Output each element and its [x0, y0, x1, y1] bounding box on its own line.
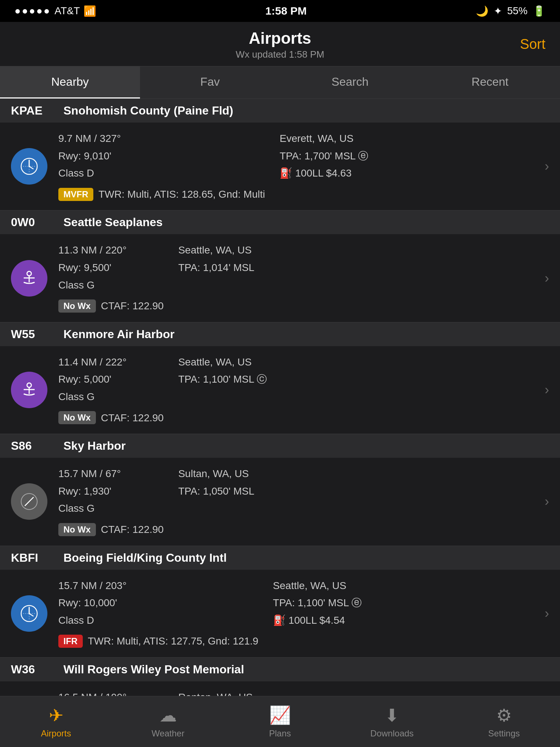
nav-airports-label: Airports [41, 728, 71, 739]
airport-name: Seattle Seaplanes [63, 216, 163, 229]
airport-distance: 15.7 NM / 203° [58, 577, 258, 595]
weather-icon: ☁ [159, 705, 177, 725]
airport-city: Seattle, WA, US [273, 577, 534, 595]
airports-icon: ✈ [49, 705, 63, 725]
airport-fuel: ⛽ 100LL $4.54 [273, 612, 534, 629]
nav-airports[interactable]: ✈ Airports [0, 705, 112, 739]
carrier-label: AT&T [55, 5, 80, 17]
airport-info-right: Everett, WA, US TPA: 1,700' MSL ⓔ ⛽ 100L… [280, 130, 534, 203]
airport-code: S86 [11, 439, 55, 453]
airport-info-left: 9.7 NM / 327° Rwy: 9,010' Class D MVFR T… [58, 130, 265, 203]
airport-info: 15.7 NM / 203° Rwy: 10,000' Class D IFR … [58, 577, 534, 650]
airport-info: 15.7 NM / 67° Rwy: 1,930' Class G No Wx … [58, 465, 534, 538]
airport-badge: No Wx [58, 523, 96, 536]
airport-detail[interactable]: 11.3 NM / 220° Rwy: 9,500' Class G No Wx… [0, 234, 560, 322]
airport-icon [11, 372, 47, 408]
airport-name: Snohomish County (Paine Fld) [63, 104, 233, 117]
airport-runway: Rwy: 5,000' [58, 371, 164, 388]
airport-city: Seattle, WA, US [178, 241, 534, 259]
chevron-right-icon: › [545, 382, 549, 398]
airport-badge: No Wx [58, 299, 96, 313]
airport-row[interactable]: S86 Sky Harbor 15.7 NM / 67° Rwy: 1,930'… [0, 434, 560, 546]
airport-name: Will Rogers Wiley Post Memorial [63, 663, 244, 676]
airport-class: Class D [58, 165, 265, 182]
airport-detail[interactable]: 15.7 NM / 67° Rwy: 1,930' Class G No Wx … [0, 458, 560, 545]
airport-code: 0W0 [11, 216, 55, 229]
airport-distance: 15.7 NM / 67° [58, 465, 164, 483]
airport-badge-row: No Wx CTAF: 122.90 [58, 297, 164, 315]
airport-badge-row: No Wx CTAF: 122.90 [58, 409, 164, 427]
svg-point-5 [27, 271, 31, 276]
nav-settings[interactable]: ⚙ Settings [448, 705, 560, 739]
chevron-right-icon: › [545, 159, 549, 174]
airport-fuel: ⛽ 100LL $4.63 [280, 165, 534, 182]
airport-distance: 11.3 NM / 220° [58, 241, 164, 259]
airport-info: 11.3 NM / 220° Rwy: 9,500' Class G No Wx… [58, 241, 534, 314]
airport-list: KPAE Snohomish County (Paine Fld) 9.7 NM… [0, 99, 560, 747]
airport-runway: Rwy: 9,500' [58, 259, 164, 276]
airport-distance: 11.4 NM / 222° [58, 353, 164, 371]
airport-runway: Rwy: 10,000' [58, 594, 258, 612]
airport-icon [11, 148, 47, 185]
airport-class: Class G [58, 388, 164, 406]
battery-icon: 🔋 [533, 5, 545, 17]
airport-tpa: TPA: 1,100' MSL ⓔ [273, 594, 534, 612]
airport-class: Class G [58, 276, 164, 294]
airport-code: KPAE [11, 104, 55, 117]
nav-weather[interactable]: ☁ Weather [112, 705, 224, 739]
airport-tpa: TPA: 1,050' MSL [178, 483, 534, 500]
sort-button[interactable]: Sort [520, 36, 545, 52]
airport-header-KBFI: KBFI Boeing Field/King County Intl [0, 546, 560, 570]
svg-line-15 [29, 614, 33, 616]
airport-tpa: TPA: 1,014' MSL [178, 259, 534, 276]
bluetooth-icon: ✦ [494, 5, 502, 17]
airport-class: Class G [58, 500, 164, 517]
airport-detail[interactable]: 15.7 NM / 203° Rwy: 10,000' Class D IFR … [0, 570, 560, 657]
app-subtitle: Wx updated 1:58 PM [0, 49, 560, 60]
airport-code: KBFI [11, 551, 55, 565]
nav-plans[interactable]: 📈 Plans [224, 705, 336, 739]
airport-detail[interactable]: 11.4 NM / 222° Rwy: 5,000' Class G No Wx… [0, 346, 560, 434]
airport-comms: CTAF: 122.90 [101, 521, 164, 538]
wifi-icon: 📶 [83, 5, 96, 17]
bottom-nav: ✈ Airports ☁ Weather 📈 Plans ⬇ Downloads… [0, 696, 560, 747]
airport-info-right: Seattle, WA, US TPA: 1,014' MSL [178, 241, 534, 314]
airport-badge-row: IFR TWR: Multi, ATIS: 127.75, Gnd: 121.9 [58, 632, 258, 650]
tab-search[interactable]: Search [280, 66, 420, 98]
nav-downloads-label: Downloads [370, 728, 414, 739]
tab-fav[interactable]: Fav [140, 66, 280, 98]
airport-header-KPAE: KPAE Snohomish County (Paine Fld) [0, 99, 560, 123]
tab-bar: Nearby Fav Search Recent [0, 66, 560, 99]
status-bar-right: 🌙 ✦ 55% 🔋 [476, 5, 545, 17]
airport-info-right: Seattle, WA, US TPA: 1,100' MSL ⓔ ⛽ 100L… [273, 577, 534, 650]
chevron-right-icon: › [545, 271, 549, 286]
airport-row[interactable]: W55 Kenmore Air Harbor 11.4 NM / 222° Rw… [0, 322, 560, 434]
moon-icon: 🌙 [476, 5, 489, 17]
airport-city: Sultan, WA, US [178, 465, 534, 483]
airport-comms: CTAF: 122.90 [101, 409, 164, 427]
airport-detail[interactable]: 9.7 NM / 327° Rwy: 9,010' Class D MVFR T… [0, 123, 560, 210]
airport-badge: MVFR [58, 188, 93, 201]
airport-info-right: Sultan, WA, US TPA: 1,050' MSL [178, 465, 534, 538]
airport-row[interactable]: KBFI Boeing Field/King County Intl 15.7 … [0, 546, 560, 658]
airport-comms: CTAF: 122.90 [101, 297, 164, 315]
airport-row[interactable]: 0W0 Seattle Seaplanes 11.3 NM / 220° Rwy… [0, 210, 560, 322]
airport-icon [11, 483, 47, 520]
airport-comms: TWR: Multi, ATIS: 127.75, Gnd: 121.9 [88, 632, 258, 650]
app-title: Airports [0, 29, 560, 47]
airport-info: 11.4 NM / 222° Rwy: 5,000' Class G No Wx… [58, 353, 534, 426]
airport-info-right: Seattle, WA, US TPA: 1,100' MSL ⓒ [178, 353, 534, 426]
downloads-icon: ⬇ [385, 705, 399, 725]
tab-nearby[interactable]: Nearby [0, 66, 140, 98]
airport-tpa: TPA: 1,100' MSL ⓒ [178, 371, 534, 388]
status-bar-left: ●●●●● AT&T 📶 [15, 5, 96, 17]
nav-downloads[interactable]: ⬇ Downloads [336, 705, 448, 739]
nav-settings-label: Settings [488, 728, 520, 739]
airport-name: Sky Harbor [63, 439, 126, 453]
airport-comms: TWR: Multi, ATIS: 128.65, Gnd: Multi [98, 186, 265, 203]
plans-icon: 📈 [269, 705, 291, 725]
airport-row[interactable]: KPAE Snohomish County (Paine Fld) 9.7 NM… [0, 99, 560, 210]
settings-icon: ⚙ [496, 705, 512, 725]
tab-recent[interactable]: Recent [420, 66, 560, 98]
airport-badge: No Wx [58, 411, 96, 424]
